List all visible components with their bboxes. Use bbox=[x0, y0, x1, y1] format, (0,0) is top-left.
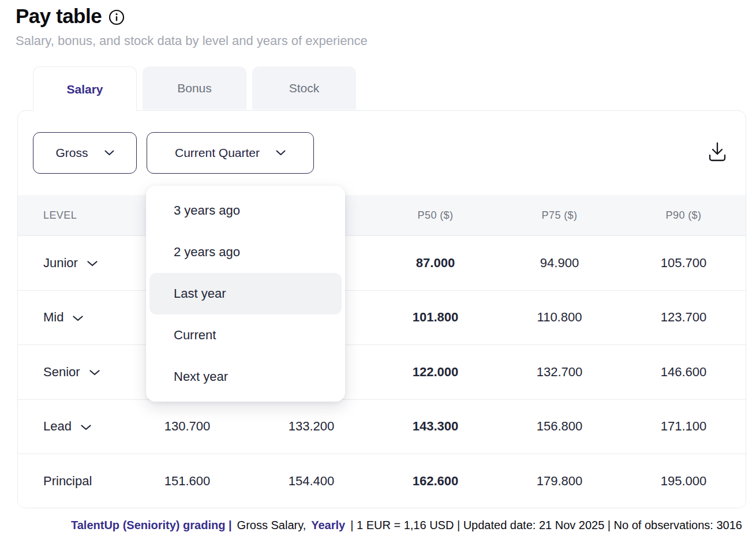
table-cell-p90: 195.000 bbox=[622, 474, 746, 489]
footnote-grading-link[interactable]: TalentUp (Seniority) grading | bbox=[71, 519, 232, 532]
table-row-senior: Senior 122.000 132.700 146.600 bbox=[18, 345, 746, 400]
table-cell-p10: 151.600 bbox=[125, 474, 249, 489]
chevron-down-icon bbox=[87, 261, 98, 267]
tab-bonus[interactable]: Bonus bbox=[143, 66, 246, 110]
table-cell-p90: 171.100 bbox=[622, 419, 746, 434]
table-cell-p50: 143.300 bbox=[373, 419, 497, 434]
level-label: Lead bbox=[43, 419, 72, 434]
table-row-mid: Mid 101.800 110.800 123.700 bbox=[18, 291, 746, 346]
download-icon bbox=[706, 140, 729, 164]
chevron-down-icon bbox=[104, 150, 114, 156]
level-label: Senior bbox=[43, 365, 80, 380]
tab-bar: Salary Bonus Stock bbox=[33, 66, 356, 111]
page-title: Pay table bbox=[16, 5, 102, 28]
level-toggle-lead[interactable]: Lead bbox=[18, 419, 125, 434]
level-toggle-senior[interactable]: Senior bbox=[18, 365, 125, 380]
pay-table: LEVEL P50 ($) P75 ($) P90 ($) Junior 87.… bbox=[18, 195, 746, 508]
tab-salary[interactable]: Salary bbox=[33, 66, 137, 111]
page-subtitle: Salary, bonus, and stock data by level a… bbox=[16, 33, 368, 48]
chevron-down-icon bbox=[81, 425, 91, 430]
period-value: Current Quarter bbox=[175, 146, 260, 160]
table-cell-p75: 110.800 bbox=[497, 310, 622, 325]
table-header-row: LEVEL P50 ($) P75 ($) P90 ($) bbox=[18, 195, 746, 236]
pay-type-value: Gross bbox=[55, 146, 88, 160]
table-cell-p90: 123.700 bbox=[622, 310, 746, 325]
menu-item-2-years-ago[interactable]: 2 years ago bbox=[149, 231, 342, 273]
level-label: Mid bbox=[43, 310, 63, 325]
level-toggle-mid[interactable]: Mid bbox=[18, 310, 125, 325]
table-cell-p90: 146.600 bbox=[622, 365, 746, 380]
column-header-p90: P90 ($) bbox=[622, 209, 746, 222]
level-toggle-junior[interactable]: Junior bbox=[18, 256, 125, 271]
chevron-down-icon bbox=[73, 316, 83, 321]
footnote-details: | 1 EUR = 1,16 USD | Updated date: 21 No… bbox=[350, 519, 742, 532]
download-button[interactable] bbox=[705, 140, 729, 164]
table-cell-p75: 94.900 bbox=[497, 256, 622, 271]
column-header-p75: P75 ($) bbox=[497, 209, 622, 222]
info-icon[interactable] bbox=[108, 9, 125, 25]
chevron-down-icon bbox=[89, 370, 100, 376]
level-label: Junior bbox=[43, 256, 78, 271]
table-row-junior: Junior 87.000 94.900 105.700 bbox=[18, 236, 746, 291]
table-footnote: TalentUp (Seniority) grading | Gross Sal… bbox=[42, 519, 756, 532]
page-header: Pay table Salary, bonus, and stock data … bbox=[16, 5, 368, 48]
menu-item-next-year[interactable]: Next year bbox=[149, 356, 342, 398]
table-cell-p25: 133.200 bbox=[249, 419, 373, 434]
table-cell-p75: 156.800 bbox=[497, 419, 622, 434]
table-cell-p90: 105.700 bbox=[622, 256, 746, 271]
column-header-p50: P50 ($) bbox=[373, 209, 497, 222]
pay-table-card: Gross Current Quarter LEVEL P50 ($) P75 … bbox=[17, 110, 746, 508]
table-cell-p50: 162.600 bbox=[373, 474, 497, 489]
menu-item-last-year[interactable]: Last year bbox=[149, 273, 342, 314]
level-label: Principal bbox=[43, 474, 92, 489]
menu-item-3-years-ago[interactable]: 3 years ago bbox=[149, 190, 342, 231]
table-cell-p25: 154.400 bbox=[249, 474, 373, 489]
table-cell-p10: 130.700 bbox=[125, 419, 249, 434]
table-row-principal: Principal 151.600 154.400 162.600 179.80… bbox=[18, 454, 746, 508]
table-cell-p50: 87.000 bbox=[373, 256, 497, 271]
level-label-principal: Principal bbox=[18, 474, 125, 489]
column-header-level: LEVEL bbox=[18, 209, 125, 222]
table-cell-p50: 101.800 bbox=[373, 310, 497, 325]
footnote-salary-type: Gross Salary, bbox=[237, 519, 306, 532]
pay-type-select[interactable]: Gross bbox=[33, 132, 137, 174]
tab-stock[interactable]: Stock bbox=[252, 66, 356, 110]
table-cell-p50: 122.000 bbox=[373, 365, 497, 380]
period-select[interactable]: Current Quarter bbox=[147, 132, 314, 174]
table-cell-p75: 132.700 bbox=[497, 365, 622, 380]
table-cell-p75: 179.800 bbox=[497, 474, 622, 489]
table-row-lead: Lead 130.700 133.200 143.300 156.800 171… bbox=[18, 400, 746, 455]
footnote-periodicity-link[interactable]: Yearly bbox=[311, 519, 345, 532]
chevron-down-icon bbox=[276, 150, 286, 156]
menu-item-current[interactable]: Current bbox=[149, 314, 342, 356]
period-dropdown-menu: 3 years ago 2 years ago Last year Curren… bbox=[146, 186, 345, 402]
